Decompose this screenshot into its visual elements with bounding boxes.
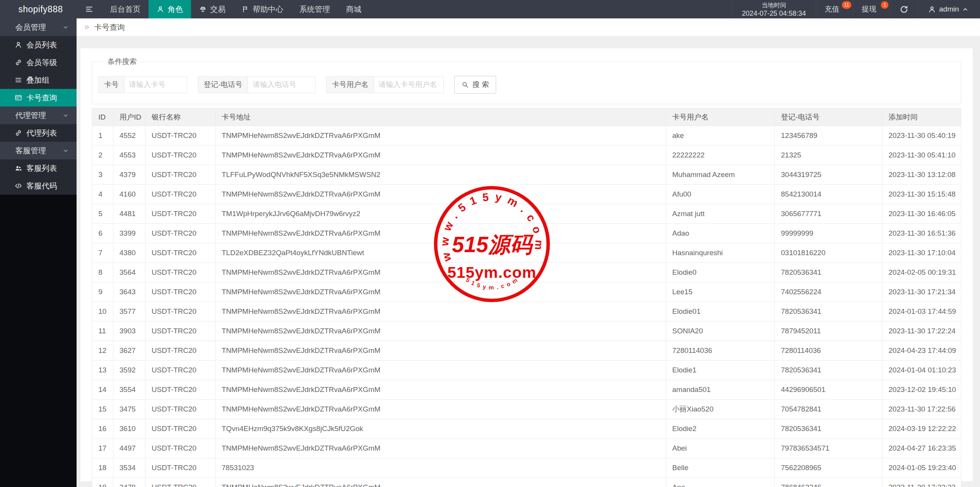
user-icon: [928, 5, 936, 13]
people-icon: [15, 164, 22, 172]
table-cell: 7054782841: [775, 400, 882, 419]
table-cell: 2024-01-04 01:10:23: [882, 361, 961, 380]
menu-toggle-button[interactable]: [77, 0, 102, 18]
table-cell: 6: [92, 224, 113, 243]
top-nav-item-2[interactable]: 角色: [149, 0, 191, 18]
table-cell: 4553: [113, 146, 145, 165]
search-input-1[interactable]: [124, 77, 187, 93]
top-nav: 后台首页角色交易帮助中心系统管理商城: [102, 0, 369, 18]
sidebar-item-label: 代理列表: [26, 128, 57, 138]
sidebar-group-6[interactable]: 代理管理: [0, 107, 77, 124]
table-cell: 4379: [113, 165, 145, 185]
table-cell: 797836534571: [775, 439, 882, 458]
username: admin: [939, 5, 959, 13]
top-nav-item-4[interactable]: 帮助中心: [234, 0, 291, 18]
table-cell: 3534: [113, 458, 145, 478]
table-cell: 7879452011: [775, 321, 882, 341]
search-button[interactable]: 搜 索: [454, 76, 496, 93]
withdraw-button[interactable]: 提现 1: [853, 0, 890, 18]
sidebar-item-3[interactable]: 会员等级: [0, 54, 77, 71]
table-row-2: 24553USDT-TRC20TNMPMHeNwm8S2wvEJdrkDZTRv…: [92, 146, 961, 165]
table-cell: 8: [92, 263, 113, 282]
sidebar-group-1[interactable]: 会员管理: [0, 18, 77, 36]
table-cell: TNMPMHeNwm8S2wvEJdrkDZTRvaA6rPXGmM: [216, 478, 666, 487]
refresh-icon: [900, 5, 908, 14]
table-cell: 3554: [113, 380, 145, 400]
top-nav-label: 交易: [210, 4, 225, 15]
refresh-button[interactable]: [890, 0, 918, 18]
sidebar-filler: [0, 195, 77, 487]
table-cell: Belle: [666, 458, 775, 478]
sidebar-item-label: 会员管理: [15, 22, 46, 33]
table-cell: Hasnainqureshi: [666, 243, 775, 263]
sidebar-item-4[interactable]: 叠加组: [0, 71, 77, 89]
table-cell: 2024-04-23 17:44:09: [882, 341, 961, 361]
search-input-3[interactable]: [374, 77, 443, 93]
table-cell: 3475: [113, 400, 145, 419]
search-legend: 条件搜索: [104, 57, 140, 67]
table-cell: TNMPMHeNwm8S2wvEJdrkDZTRvaA6rPXGmM: [216, 126, 666, 146]
table-row-6: 63399USDT-TRC20TNMPMHeNwm8S2wvEJdrkDZTRv…: [92, 224, 961, 243]
local-time-label: 当地时间: [762, 1, 786, 9]
sidebar-item-10[interactable]: 客服代码: [0, 177, 77, 195]
table-cell: 3592: [113, 361, 145, 380]
recharge-button[interactable]: 充值 11: [816, 0, 853, 18]
code-icon: [15, 182, 22, 190]
table-cell: 7280114036: [666, 341, 775, 361]
sidebar-item-7[interactable]: 代理列表: [0, 124, 77, 142]
table-header-cell: 用户ID: [113, 108, 145, 126]
table-cell: 2023-11-30 15:15:48: [882, 185, 961, 204]
top-nav-item-6[interactable]: 商城: [338, 0, 369, 18]
sidebar-group-8[interactable]: 客服管理: [0, 142, 77, 159]
table-cell: 16: [92, 419, 113, 439]
table-cell: 3643: [113, 282, 145, 302]
table-row-1: 14552USDT-TRC20TNMPMHeNwm8S2wvEJdrkDZTRv…: [92, 126, 961, 146]
breadcrumb: 卡号查询: [77, 18, 980, 36]
table-cell: TNMPMHeNwm8S2wvEJdrkDZTRvaA6rPXGmM: [216, 321, 666, 341]
search-input-2[interactable]: [248, 77, 315, 93]
table-cell: Elodie2: [666, 419, 775, 439]
table-cell: 7820536341: [775, 419, 882, 439]
top-nav-item-5[interactable]: 系统管理: [291, 0, 338, 18]
table-cell: 2023-11-30 13:12:08: [882, 165, 961, 185]
table-cell: Muhammad Azeem: [666, 165, 775, 185]
sidebar-item-2[interactable]: 会员列表: [0, 36, 77, 54]
table-cell: 7820536341: [775, 361, 882, 380]
sidebar: 会员管理会员列表会员等级叠加组卡号查询代理管理代理列表客服管理客服列表客服代码: [0, 18, 77, 487]
search-panel: 条件搜索 卡号登记-电话号卡号用户名搜 索: [92, 57, 961, 104]
table-cell: 8542130014: [775, 185, 882, 204]
table-cell: TQvn4EHzm9q375k9v8KXgs8jCJk5fU2Gok: [216, 419, 666, 439]
table-cell: 3627: [113, 341, 145, 361]
user-menu[interactable]: admin: [918, 0, 980, 18]
table-cell: 3610: [113, 419, 145, 439]
app-logo: shopify888: [0, 0, 77, 18]
table-cell: USDT-TRC20: [145, 302, 216, 321]
top-nav-item-1[interactable]: 后台首页: [102, 0, 149, 18]
top-nav-item-3[interactable]: 交易: [191, 0, 234, 18]
table-cell: 7402556224: [775, 282, 882, 302]
sidebar-menu: 会员管理会员列表会员等级叠加组卡号查询代理管理代理列表客服管理客服列表客服代码: [0, 18, 77, 195]
chevron-down-icon: [62, 148, 69, 154]
search-field-group-1: 卡号: [98, 76, 187, 93]
table-cell: 99999999: [775, 224, 882, 243]
table-cell: 2023-11-30 05:40:19: [882, 126, 961, 146]
local-time-value: 2024-07-25 04:58:34: [742, 9, 806, 18]
sidebar-item-5[interactable]: 卡号查询: [0, 89, 77, 107]
table-cell: Adao: [666, 224, 775, 243]
table-cell: 2024-02-05 00:19:31: [882, 263, 961, 282]
table-row-3: 34379USDT-TRC20TLFFuLPyWodQNVhkNF5XSq3e5…: [92, 165, 961, 185]
table-cell: 14: [92, 380, 113, 400]
sidebar-item-9[interactable]: 客服列表: [0, 159, 77, 177]
table-cell: Afu00: [666, 185, 775, 204]
table-row-18: 183534USDT-TRC2078531023Belle75622089652…: [92, 458, 961, 478]
card-table: ID用户ID银行名称卡号地址卡号用户名登记-电话号添加时间 14552USDT-…: [92, 108, 961, 487]
chevron-down-icon: [62, 112, 69, 119]
table-row-15: 153475USDT-TRC20TNMPMHeNwm8S2wvEJdrkDZTR…: [92, 400, 961, 419]
table-cell: USDT-TRC20: [145, 165, 216, 185]
table-cell: 5: [92, 204, 113, 224]
table-cell: USDT-TRC20: [145, 224, 216, 243]
table-cell: 9: [92, 282, 113, 302]
table-cell: Elodie01: [666, 302, 775, 321]
table-row-9: 93643USDT-TRC20TNMPMHeNwm8S2wvEJdrkDZTRv…: [92, 282, 961, 302]
table-row-8: 83564USDT-TRC20TNMPMHeNwm8S2wvEJdrkDZTRv…: [92, 263, 961, 282]
